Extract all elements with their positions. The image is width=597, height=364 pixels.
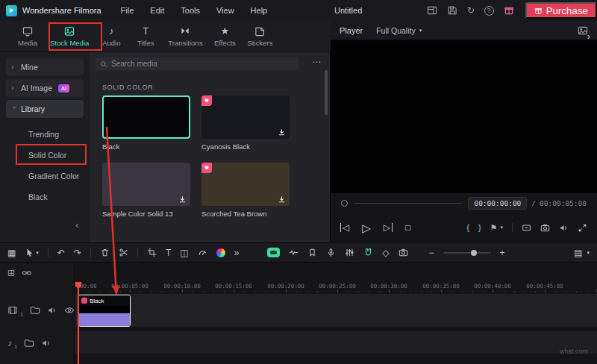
speaker-button[interactable]	[559, 223, 569, 233]
next-frame-button[interactable]: ▷	[384, 223, 393, 232]
auto-ripple-toggle[interactable]	[267, 248, 280, 257]
tab-effects[interactable]: ★ Effects	[207, 21, 242, 51]
menu-file[interactable]: File	[121, 6, 134, 15]
audio-wave-button[interactable]	[289, 248, 298, 257]
toolbar-end: ▤ ▾	[574, 248, 590, 257]
sidebar-item-ai-image[interactable]: › AI Image AI	[6, 79, 84, 97]
voiceover-mic-button[interactable]	[326, 248, 336, 257]
mark-in-button[interactable]: {	[466, 223, 469, 232]
mask-tool-button[interactable]: ◫	[180, 248, 188, 257]
sidebar-item-black[interactable]: Black	[0, 186, 90, 207]
fullscreen-button[interactable]	[578, 223, 587, 233]
sidebar-item-solid-color[interactable]: Solid Color	[0, 145, 90, 166]
help-icon[interactable]: ?	[484, 6, 494, 16]
timeline-ruler[interactable]: 00:00 00:00:05:00 00:00:10:00 00:00:15:0…	[75, 282, 597, 292]
menu-tools[interactable]: Tools	[181, 6, 200, 15]
sidebar-item-mine[interactable]: › Mine	[6, 58, 84, 76]
update-icon[interactable]: ↻	[467, 6, 475, 15]
app-title: Wondershare Filmora	[22, 6, 101, 15]
media-card-scorched-tea-brown[interactable]: Scorched Tea Brown	[201, 163, 290, 218]
eye-icon[interactable]	[64, 305, 75, 316]
save-icon[interactable]	[447, 5, 457, 16]
clip-accent-bar	[79, 313, 130, 326]
media-card-sample-color-solid-13[interactable]: Sample Color Solid 13	[102, 163, 190, 218]
previous-frame-button[interactable]: ◁	[340, 223, 349, 232]
snap-magnet-button[interactable]	[363, 248, 373, 257]
keyframe-button[interactable]: ◇	[382, 248, 389, 257]
tab-stickers[interactable]: Stickers	[242, 21, 278, 51]
snapshot-button[interactable]	[540, 223, 550, 233]
timeline-clip-black[interactable]: Black	[78, 295, 131, 327]
mark-out-button[interactable]: }	[478, 223, 481, 232]
audio-track-icon[interactable]: ♪	[7, 338, 12, 348]
text-tool-button[interactable]: T	[166, 248, 171, 257]
zoom-slider[interactable]	[443, 252, 491, 254]
manage-tracks-icon[interactable]: ⊞	[7, 268, 15, 278]
download-icon[interactable]	[278, 128, 286, 136]
chevron-down-icon[interactable]: ▾	[500, 225, 503, 230]
tab-transitions[interactable]: Transitions	[163, 21, 207, 51]
gift-icon[interactable]	[504, 5, 514, 16]
delete-button[interactable]	[100, 248, 110, 257]
folder-icon[interactable]	[30, 305, 40, 316]
speaker-icon[interactable]	[47, 305, 57, 316]
snapshot-tool-button[interactable]	[398, 248, 408, 257]
color-tool-button[interactable]	[216, 248, 225, 257]
ruler-label: 00:00:30:00	[370, 283, 407, 289]
selection-tool-button[interactable]: ▾	[25, 248, 39, 257]
search-bar[interactable]	[96, 57, 298, 70]
media-card-cyanosis-black[interactable]: Cyanosis Black	[201, 95, 290, 151]
more-options-icon[interactable]: ⋯	[312, 57, 321, 67]
redo-button[interactable]: ↷	[74, 248, 81, 257]
speed-tool-button[interactable]	[198, 248, 207, 257]
sidebar-item-trending[interactable]: Trending	[0, 124, 90, 145]
split-button[interactable]	[119, 248, 128, 257]
media-panel-toggle-button[interactable]: ▦	[7, 248, 16, 257]
folder-icon[interactable]	[24, 338, 34, 348]
crop-button[interactable]	[147, 248, 157, 257]
download-icon[interactable]	[278, 195, 286, 204]
zoom-slider-knob[interactable]	[471, 250, 477, 256]
fit-screen-button[interactable]	[522, 223, 531, 233]
sidebar-label: Black	[28, 192, 48, 201]
collapse-panel-chevron[interactable]: ‹	[75, 219, 78, 230]
quality-dropdown[interactable]: Full Quality ▾	[376, 26, 422, 35]
scrollbar-thumb[interactable]	[325, 70, 328, 115]
tab-titles[interactable]: T Titles	[128, 21, 163, 51]
menu-help[interactable]: Help	[251, 6, 268, 15]
tab-audio[interactable]: ♪ Audio	[94, 21, 128, 51]
sidebar-item-gradient-color[interactable]: Gradient Color	[0, 166, 90, 186]
stop-button[interactable]: □	[405, 223, 410, 232]
project-title: Untitled	[334, 6, 362, 15]
menu-view[interactable]: View	[216, 6, 234, 15]
chevron-down-icon[interactable]: ▾	[587, 250, 590, 256]
search-input[interactable]	[111, 60, 294, 68]
more-tools-button[interactable]: »	[234, 248, 240, 257]
download-icon[interactable]	[178, 195, 187, 204]
scrollbar[interactable]	[325, 70, 328, 212]
transitions-icon	[180, 25, 190, 37]
seek-bar[interactable]	[354, 203, 462, 204]
media-card-black[interactable]: Black	[102, 95, 190, 151]
mixer-button[interactable]	[345, 248, 354, 257]
undo-button[interactable]: ↶	[57, 248, 65, 257]
marker-flag-button[interactable]: ⚑	[490, 223, 498, 233]
track-layout-button[interactable]: ▤	[574, 248, 582, 257]
zoom-in-button[interactable]: +	[500, 248, 505, 257]
playhead[interactable]	[78, 282, 79, 364]
purchase-button[interactable]: Purchase	[525, 2, 597, 19]
link-icon[interactable]	[22, 268, 32, 278]
sidebar-item-library[interactable]: › Library	[6, 100, 84, 118]
marker-button[interactable]	[307, 248, 317, 257]
play-button[interactable]: ▷	[362, 222, 371, 233]
tab-stock-media[interactable]: Stock Media	[45, 21, 94, 51]
video-track-icon[interactable]	[7, 305, 18, 316]
tabs-overflow-chevron[interactable]: ›	[587, 31, 590, 42]
tab-media[interactable]: Media	[10, 21, 45, 51]
layout-icon[interactable]	[427, 5, 437, 16]
seek-handle[interactable]	[341, 200, 348, 207]
timeline-body[interactable]: 00:00 00:00:05:00 00:00:10:00 00:00:15:0…	[75, 263, 597, 364]
speaker-icon[interactable]	[41, 338, 51, 348]
zoom-out-button[interactable]: −	[429, 248, 434, 257]
menu-edit[interactable]: Edit	[150, 6, 164, 15]
